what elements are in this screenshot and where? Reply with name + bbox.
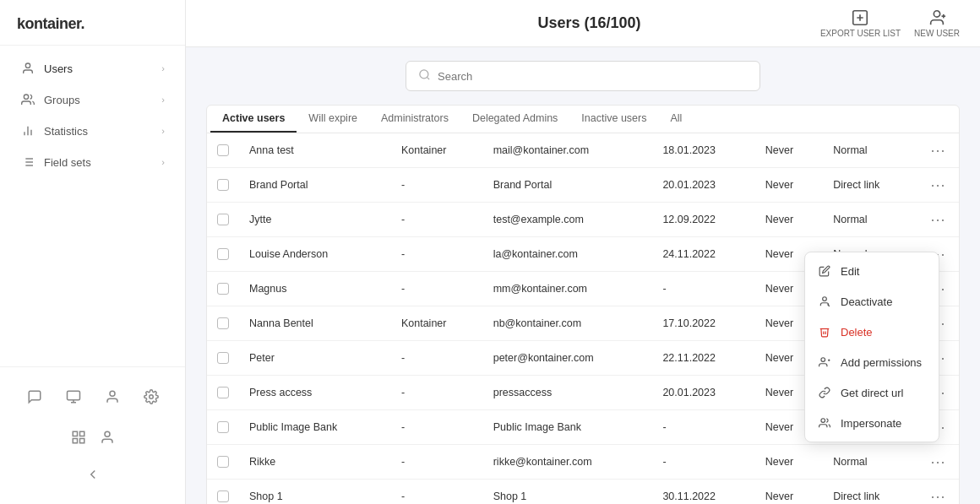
- sidebar-account-btn[interactable]: [98, 382, 127, 411]
- user-type: Direct link: [823, 168, 917, 203]
- row-more-button[interactable]: ⋯: [927, 453, 949, 471]
- user-name: Anna test: [239, 133, 391, 168]
- sidebar-item-field-sets-label: Field sets: [44, 156, 153, 169]
- sidebar: kontainer. Users › Groups › Statistics ›: [0, 0, 186, 504]
- user-group: Kontainer: [391, 133, 483, 168]
- sidebar-item-groups[interactable]: Groups ›: [7, 84, 178, 115]
- table-row: Rikke - rikke@kontainer.com - Never Norm…: [207, 445, 959, 480]
- row-checkbox[interactable]: [217, 317, 229, 329]
- user-login: Never: [755, 133, 823, 168]
- tab-delegated[interactable]: Delegated Admins: [460, 106, 569, 133]
- tab-all[interactable]: All: [658, 106, 694, 133]
- impersonate-icon: [817, 415, 832, 431]
- tab-active[interactable]: Active users: [210, 106, 297, 133]
- row-checkbox[interactable]: [217, 490, 229, 502]
- tab-admin[interactable]: Administrators: [369, 106, 460, 133]
- svg-point-27: [823, 297, 827, 301]
- sidebar-back-btn[interactable]: [79, 460, 107, 489]
- sidebar-settings-btn[interactable]: [137, 382, 166, 411]
- user-group: -: [391, 480, 483, 505]
- search-input[interactable]: [438, 70, 748, 83]
- row-checkbox[interactable]: [217, 179, 229, 191]
- statistics-icon: [20, 123, 35, 138]
- sidebar-item-users-label: Users: [44, 62, 153, 75]
- row-checkbox[interactable]: [217, 144, 229, 156]
- user-name: Jytte: [239, 203, 391, 237]
- sidebar-item-groups-label: Groups: [44, 94, 153, 106]
- user-type: Normal: [823, 133, 917, 168]
- header-actions: EXPORT USER LIST NEW USER: [820, 8, 960, 38]
- svg-rect-16: [73, 431, 77, 436]
- sidebar-item-statistics-label: Statistics: [44, 125, 153, 138]
- user-name: Louise Anderson: [239, 237, 391, 272]
- sidebar-item-statistics[interactable]: Statistics ›: [7, 116, 178, 146]
- user-email: test@example.com: [483, 203, 653, 237]
- row-more-button[interactable]: ⋯: [927, 176, 949, 194]
- row-checkbox[interactable]: [217, 283, 229, 295]
- tab-expire[interactable]: Will expire: [297, 106, 369, 133]
- sidebar-user2-btn[interactable]: [93, 423, 122, 452]
- user-email: Brand Portal: [483, 168, 653, 203]
- users-tabs: Active usersWill expireAdministratorsDel…: [207, 106, 959, 133]
- ctx-label: Impersonate: [841, 417, 901, 430]
- sidebar-tasks-btn[interactable]: [59, 382, 88, 411]
- row-more-button[interactable]: ⋯: [927, 210, 949, 229]
- user-name: Public Image Bank: [239, 410, 391, 445]
- tab-inactive[interactable]: Inactive users: [569, 106, 658, 133]
- row-checkbox[interactable]: [217, 248, 229, 260]
- user-name: Nanna Bentel: [239, 306, 391, 341]
- svg-point-1: [24, 95, 28, 99]
- chevron-right-icon: ›: [161, 126, 165, 136]
- svg-line-28: [828, 305, 830, 306]
- sidebar-grid-btn[interactable]: [64, 423, 93, 452]
- groups-icon: [20, 92, 35, 107]
- row-checkbox[interactable]: [217, 214, 229, 225]
- row-checkbox[interactable]: [217, 387, 229, 398]
- export-label: EXPORT USER LIST: [820, 29, 901, 38]
- user-email: nb@kontainer.com: [483, 306, 653, 341]
- users-icon: [20, 61, 35, 76]
- new-user-button[interactable]: NEW USER: [914, 8, 960, 38]
- ctx-impersonate[interactable]: Impersonate: [805, 408, 939, 438]
- user-type: Normal: [823, 445, 917, 480]
- ctx-add-permissions[interactable]: Add permissions: [805, 347, 939, 377]
- row-checkbox[interactable]: [217, 421, 229, 433]
- user-date: 30.11.2022: [652, 480, 754, 505]
- ctx-label: Get direct url: [841, 387, 903, 399]
- user-group: -: [391, 203, 483, 237]
- user-login: Never: [755, 480, 823, 505]
- user-date: -: [652, 410, 754, 445]
- svg-point-0: [25, 63, 30, 68]
- user-name: Press access: [239, 376, 391, 410]
- svg-point-14: [110, 391, 115, 396]
- deactivate-icon: [817, 294, 832, 309]
- ctx-delete[interactable]: Delete: [805, 317, 939, 347]
- user-group: -: [391, 410, 483, 445]
- header: Users (16/100) EXPORT USER LIST NEW USER: [186, 0, 980, 47]
- user-email: Public Image Bank: [483, 410, 653, 445]
- svg-point-20: [105, 431, 110, 436]
- ctx-get-direct-url[interactable]: Get direct url: [805, 377, 939, 408]
- user-login: Never: [755, 168, 823, 203]
- permissions-icon: [817, 355, 832, 370]
- ctx-label: Add permissions: [841, 356, 922, 369]
- row-more-button[interactable]: ⋯: [927, 487, 949, 504]
- sidebar-bottom: [0, 366, 185, 504]
- user-group: -: [391, 445, 483, 480]
- edit-icon: [817, 263, 832, 279]
- sidebar-item-field-sets[interactable]: Field sets ›: [7, 147, 178, 177]
- export-icon: [851, 8, 869, 27]
- user-name: Brand Portal: [239, 168, 391, 203]
- row-checkbox[interactable]: [217, 456, 229, 468]
- ctx-edit[interactable]: Edit: [805, 256, 939, 286]
- user-email: rikke@kontainer.com: [483, 445, 653, 480]
- row-checkbox[interactable]: [217, 352, 229, 364]
- row-more-button[interactable]: ⋯: [927, 141, 949, 160]
- export-user-list-button[interactable]: EXPORT USER LIST: [820, 8, 901, 38]
- user-email: mm@kontainer.com: [483, 272, 653, 306]
- user-login: Never: [755, 203, 823, 237]
- svg-point-15: [149, 395, 153, 399]
- sidebar-item-users[interactable]: Users ›: [7, 53, 178, 84]
- sidebar-messages-btn[interactable]: [20, 382, 49, 411]
- ctx-deactivate[interactable]: Deactivate: [805, 286, 939, 317]
